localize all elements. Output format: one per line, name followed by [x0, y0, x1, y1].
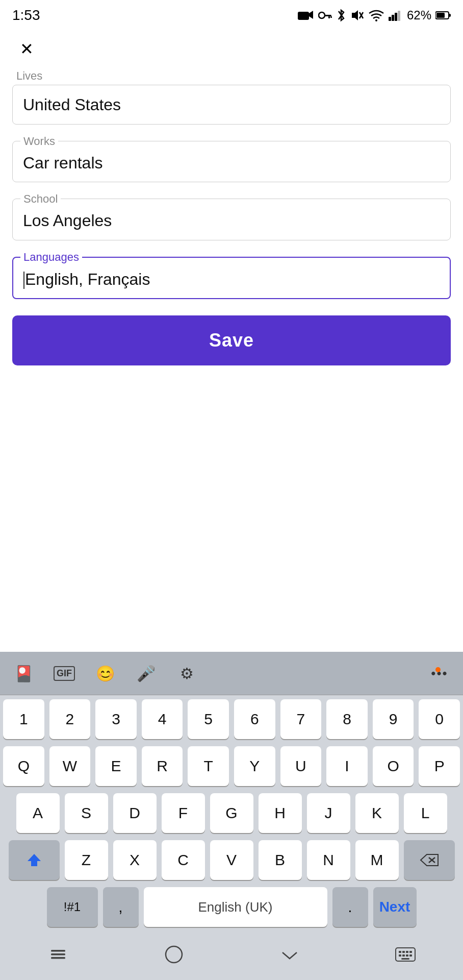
more-icon[interactable]: •••: [426, 660, 453, 687]
shift-key[interactable]: [9, 840, 60, 880]
key-z[interactable]: Z: [65, 840, 108, 880]
school-value: Los Angeles: [23, 211, 112, 230]
key-d[interactable]: D: [113, 793, 157, 833]
key-m[interactable]: M: [355, 840, 399, 880]
key-5[interactable]: 5: [188, 699, 229, 739]
gif-label: GIF: [54, 666, 75, 681]
zxcv-row: Z X C V B N M: [3, 840, 460, 880]
key-j[interactable]: J: [307, 793, 350, 833]
key-u[interactable]: U: [280, 746, 322, 786]
key-7[interactable]: 7: [280, 699, 322, 739]
svg-rect-21: [51, 953, 65, 955]
nav-back-icon: [280, 948, 299, 961]
key-r[interactable]: R: [142, 746, 183, 786]
school-label: School: [20, 192, 61, 206]
key-l[interactable]: L: [404, 793, 447, 833]
key-4[interactable]: 4: [142, 699, 183, 739]
battery-text: 62%: [407, 8, 431, 22]
key-t[interactable]: T: [188, 746, 229, 786]
svg-marker-17: [28, 854, 41, 866]
sticker-icon[interactable]: 🎴: [10, 660, 37, 687]
keyboard: 🎴 GIF 😊 🎤 ⚙ ••• 1 2 3 4 5 6 7 8 9 0 Q: [0, 652, 463, 980]
key-8[interactable]: 8: [326, 699, 368, 739]
svg-point-2: [319, 12, 325, 18]
gif-icon[interactable]: GIF: [51, 660, 78, 687]
key-3[interactable]: 3: [95, 699, 137, 739]
key-h[interactable]: H: [259, 793, 302, 833]
svg-rect-32: [409, 954, 412, 957]
special-key[interactable]: !#1: [47, 887, 98, 927]
key-e[interactable]: E: [95, 746, 137, 786]
keyboard-rows: 1 2 3 4 5 6 7 8 9 0 Q W E R T Y U I O P …: [0, 695, 463, 927]
svg-rect-15: [436, 13, 445, 18]
svg-rect-33: [401, 958, 409, 960]
key-9[interactable]: 9: [373, 699, 414, 739]
key-n[interactable]: N: [307, 840, 350, 880]
key-v[interactable]: V: [210, 840, 253, 880]
svg-marker-1: [309, 11, 313, 19]
key-g[interactable]: G: [210, 793, 253, 833]
nav-home[interactable]: [153, 943, 194, 966]
school-input-box[interactable]: Los Angeles: [12, 199, 451, 240]
svg-rect-3: [324, 15, 331, 16]
svg-rect-0: [298, 12, 309, 20]
nav-bar: [0, 934, 463, 980]
svg-rect-13: [398, 11, 400, 21]
key-s[interactable]: S: [65, 793, 108, 833]
svg-rect-25: [399, 951, 401, 953]
mic-icon[interactable]: 🎤: [133, 660, 159, 687]
svg-rect-10: [389, 17, 391, 21]
key-icon: [318, 11, 332, 20]
emoji-icon[interactable]: 😊: [92, 660, 118, 687]
nav-home-icon: [165, 945, 183, 964]
close-icon: ✕: [20, 39, 34, 59]
svg-rect-28: [409, 951, 412, 953]
nav-back[interactable]: [269, 943, 310, 966]
period-key[interactable]: .: [332, 887, 368, 927]
nav-keyboard[interactable]: [385, 943, 426, 966]
key-y[interactable]: Y: [234, 746, 275, 786]
key-f[interactable]: F: [162, 793, 205, 833]
nav-menu[interactable]: [38, 943, 79, 966]
key-w[interactable]: W: [49, 746, 91, 786]
svg-rect-22: [51, 957, 65, 959]
svg-point-23: [166, 946, 182, 963]
svg-rect-4: [328, 16, 330, 18]
camera-icon: [298, 10, 314, 21]
key-1[interactable]: 1: [3, 699, 44, 739]
key-2[interactable]: 2: [49, 699, 91, 739]
key-q[interactable]: Q: [3, 746, 44, 786]
key-a[interactable]: A: [16, 793, 60, 833]
key-0[interactable]: 0: [419, 699, 460, 739]
languages-value: English, Français: [23, 270, 150, 288]
qwerty-row: Q W E R T Y U I O P: [3, 746, 460, 786]
close-area: ✕: [0, 29, 463, 69]
shift-arrow-icon: [27, 853, 42, 867]
status-time: 1:53: [12, 7, 40, 23]
school-field: School Los Angeles: [12, 199, 451, 240]
svg-point-9: [375, 19, 377, 21]
works-field: Works Car rentals: [12, 141, 451, 183]
save-button[interactable]: Save: [12, 315, 451, 365]
key-c[interactable]: C: [162, 840, 205, 880]
status-icons: 62%: [298, 8, 451, 22]
space-key[interactable]: English (UK): [144, 887, 327, 927]
key-x[interactable]: X: [113, 840, 157, 880]
languages-field: Languages English, Français: [12, 257, 451, 300]
comma-key[interactable]: ,: [103, 887, 139, 927]
works-input-box[interactable]: Car rentals: [12, 141, 451, 183]
svg-rect-16: [449, 14, 451, 17]
svg-rect-26: [402, 951, 405, 953]
key-b[interactable]: B: [259, 840, 302, 880]
backspace-icon: [420, 853, 439, 867]
settings-icon[interactable]: ⚙: [173, 660, 200, 687]
key-i[interactable]: I: [326, 746, 368, 786]
key-k[interactable]: K: [355, 793, 399, 833]
next-key[interactable]: Next: [373, 887, 417, 927]
backspace-key[interactable]: [404, 840, 455, 880]
key-o[interactable]: O: [373, 746, 414, 786]
lives-input-box[interactable]: United States: [12, 85, 451, 125]
close-button[interactable]: ✕: [14, 37, 39, 61]
key-6[interactable]: 6: [234, 699, 275, 739]
key-p[interactable]: P: [419, 746, 460, 786]
